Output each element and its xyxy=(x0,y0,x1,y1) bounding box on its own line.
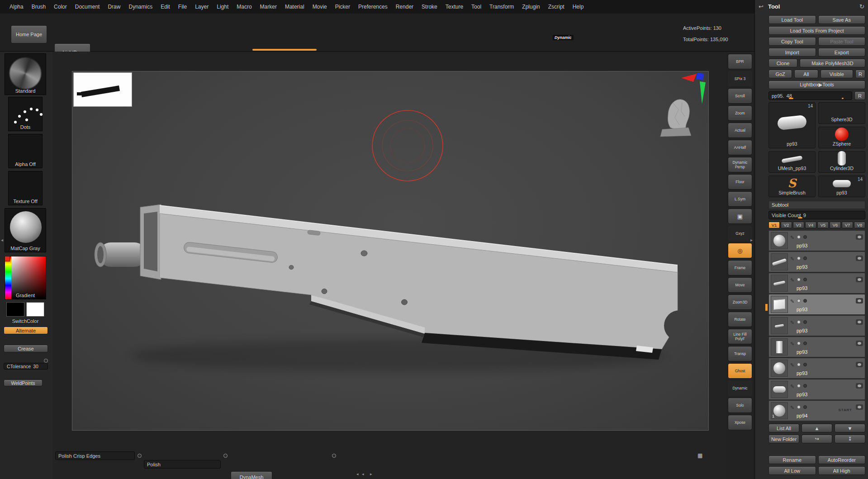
right-shelf-button[interactable]: Floor xyxy=(728,174,752,190)
menu-item[interactable]: File xyxy=(174,4,191,10)
rename-button[interactable]: Rename xyxy=(768,455,816,464)
visibility-eye-icon[interactable] xyxy=(856,362,863,367)
right-shelf-button[interactable]: Ghost xyxy=(728,363,752,379)
menu-item[interactable]: Texture xyxy=(441,4,467,10)
menu-item[interactable]: Tool xyxy=(467,4,485,10)
crease-button[interactable]: Crease xyxy=(4,345,48,352)
left-divider-arrow-icon[interactable]: ◂ xyxy=(1,237,3,242)
paste-tool-button[interactable]: Paste Tool xyxy=(818,37,866,46)
polish-modifier-knob[interactable] xyxy=(223,454,228,458)
scroll-left-icon[interactable]: ◂ xyxy=(356,472,359,476)
weldpoints-modifier-knob[interactable] xyxy=(44,359,48,363)
right-shelf-button[interactable]: Scroll xyxy=(728,88,752,104)
tool-name-slider[interactable]: pp95. 48 xyxy=(768,91,852,100)
menu-item[interactable]: Dynamics xyxy=(124,4,157,10)
visibility-tab[interactable]: V8 xyxy=(854,222,865,228)
paint-toggle-icon[interactable] xyxy=(803,256,807,260)
right-shelf-button[interactable]: BPR xyxy=(728,54,752,69)
import-button[interactable]: Import xyxy=(768,48,816,57)
right-shelf-button[interactable]: Gxyz xyxy=(728,226,752,241)
paint-toggle-icon[interactable] xyxy=(803,278,807,281)
resolution-modifier-knob[interactable] xyxy=(332,454,336,458)
sculpt-edit-icon[interactable] xyxy=(790,233,794,241)
right-shelf-button[interactable]: Xpose xyxy=(728,415,752,430)
sculpt-edit-icon[interactable] xyxy=(790,254,794,262)
visibility-tab[interactable]: V1 xyxy=(768,222,780,228)
visibility-tab[interactable]: V7 xyxy=(842,222,853,228)
sculpt-edit-icon[interactable] xyxy=(790,275,794,284)
paint-toggle-icon[interactable] xyxy=(803,363,807,366)
sculpt-edit-icon[interactable] xyxy=(790,297,794,305)
subtool-row[interactable]: pp93 xyxy=(768,273,865,294)
move-subtool-up-button[interactable]: ▲ xyxy=(802,424,832,432)
goz-button[interactable]: GoZ xyxy=(768,70,792,78)
right-shelf-button[interactable]: Frame xyxy=(728,260,752,275)
menu-item[interactable]: Macro xyxy=(232,4,256,10)
sculpt-edit-icon[interactable] xyxy=(790,318,794,326)
subtool-section-header[interactable]: Subtool xyxy=(768,201,865,209)
paint-toggle-icon[interactable] xyxy=(803,405,807,409)
visibility-eye-icon[interactable] xyxy=(856,234,863,240)
copy-tool-button[interactable]: Copy Tool xyxy=(768,37,816,46)
right-shelf-button[interactable]: Line Fill PolyF xyxy=(728,329,752,344)
visibility-eye-icon[interactable] xyxy=(856,256,863,261)
visibility-tab[interactable]: V4 xyxy=(805,222,816,228)
save-as-button[interactable]: Save As xyxy=(818,15,866,24)
right-shelf-button[interactable]: Zoom3D xyxy=(728,294,752,310)
paint-toggle-icon[interactable] xyxy=(797,363,801,366)
visibility-eye-icon[interactable] xyxy=(856,341,863,346)
visibility-eye-icon[interactable] xyxy=(856,404,863,410)
goz-visible-button[interactable]: Visible xyxy=(821,70,853,78)
right-shelf-button[interactable]: Dynamic Persp xyxy=(728,157,752,172)
tool-item[interactable]: 14 pp93 xyxy=(768,102,816,148)
menu-item[interactable]: Stroke xyxy=(417,4,441,10)
tool-item[interactable]: ZSphere xyxy=(818,127,865,148)
menu-item[interactable]: Light xyxy=(213,4,232,10)
list-all-button[interactable]: List All xyxy=(768,424,799,432)
right-shelf-button[interactable]: L.Sym xyxy=(728,191,752,207)
lightbox-tools-button[interactable]: Lightbox▶Tools xyxy=(768,81,865,89)
shelf-grid-icon[interactable]: ▦ xyxy=(697,452,702,459)
alternate-button[interactable]: Alternate xyxy=(4,327,48,334)
subtool-row[interactable]: pp93 xyxy=(768,315,865,336)
all-low-button[interactable]: All Low xyxy=(768,466,816,475)
subtool-row[interactable]: 1 START pp94 xyxy=(768,400,865,421)
right-divider-arrow-icon[interactable]: ▸ xyxy=(750,237,753,242)
document-viewport[interactable] xyxy=(72,71,709,431)
paint-toggle-icon[interactable] xyxy=(803,341,807,345)
polish-slider[interactable]: Polish xyxy=(144,460,221,469)
append-button[interactable]: ↧ xyxy=(835,435,865,443)
subtool-row[interactable]: pp93 xyxy=(768,230,865,251)
visibility-tab[interactable]: V2 xyxy=(781,222,792,228)
texture-thumbnail[interactable]: Texture Off xyxy=(8,171,43,205)
subtool-row[interactable]: pp93 xyxy=(768,251,865,272)
scroll-right-icon[interactable]: ▸ xyxy=(370,472,372,476)
menu-item[interactable]: Brush xyxy=(28,4,50,10)
dock-arrow-icon[interactable]: ↩ xyxy=(759,3,764,10)
right-shelf-button[interactable]: Move xyxy=(728,277,752,293)
right-shelf-button[interactable]: ◎ xyxy=(728,243,752,258)
menu-item[interactable]: Picker xyxy=(331,4,354,10)
visibility-eye-icon[interactable] xyxy=(856,383,863,389)
sculpt-edit-icon[interactable] xyxy=(790,403,794,411)
subtool-row[interactable]: pp93 xyxy=(768,294,865,315)
paint-toggle-icon[interactable] xyxy=(803,384,807,388)
slider-knob[interactable] xyxy=(789,98,793,99)
alpha-thumbnail[interactable]: Alpha Off xyxy=(8,134,43,168)
make-polymesh3d-button[interactable]: Make PolyMesh3D xyxy=(800,59,865,67)
scroll-left-icon[interactable]: ◂ xyxy=(362,472,364,476)
visibility-eye-icon[interactable] xyxy=(856,277,863,282)
main-color-swatch[interactable] xyxy=(6,302,24,317)
paint-toggle-icon[interactable] xyxy=(797,320,801,324)
right-shelf-button[interactable]: SPix 3 xyxy=(728,71,752,86)
right-shelf-button[interactable]: Transp xyxy=(728,346,752,361)
ctolerance-slider[interactable]: CTolerance 30 xyxy=(4,363,48,370)
paint-toggle-icon[interactable] xyxy=(797,384,801,388)
menu-item[interactable]: Zscript xyxy=(544,4,569,10)
goz-r-button[interactable]: R xyxy=(855,70,865,78)
tool-item[interactable]: Cylinder3D xyxy=(818,151,865,173)
paint-toggle-icon[interactable] xyxy=(803,320,807,324)
visibility-eye-icon[interactable] xyxy=(856,319,863,325)
subtool-row[interactable]: pp93 xyxy=(768,358,865,379)
paint-toggle-icon[interactable] xyxy=(797,341,801,345)
